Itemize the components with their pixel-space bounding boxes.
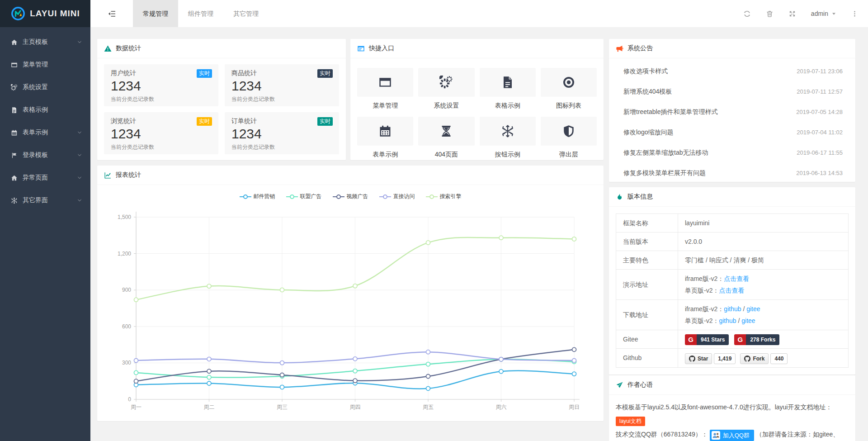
- announcement-item: 修改选项卡样式2019-07-11 23:06: [609, 61, 855, 81]
- caret-down-icon: [831, 11, 836, 16]
- panel-quick-entry-header: 快捷入口: [350, 39, 604, 58]
- version-link-github[interactable]: github: [719, 317, 736, 324]
- chevron-down-icon: [77, 152, 82, 158]
- version-link-gitee[interactable]: gitee: [741, 317, 755, 324]
- quick-entry-icon-box: [357, 117, 413, 146]
- author-words-body: 本模板基于layui2.5.4以及font-awesome-4.7.0进行实现。…: [609, 395, 855, 441]
- top-header: 常规管理组件管理其它管理 admin: [90, 0, 868, 27]
- sidebar-item-异常页面[interactable]: 异常页面: [0, 166, 90, 189]
- file-icon: [501, 76, 514, 89]
- version-row-value: iframe版-v2：点击查看单页版-v2：点击查看: [678, 270, 849, 300]
- announcement-text: 新增treetable插件和菜单管理样式: [623, 108, 717, 116]
- panel-report-header: 报表统计: [97, 166, 604, 185]
- panel-title: 作者心语: [627, 381, 653, 389]
- sidebar-item-表格示例[interactable]: 表格示例: [0, 99, 90, 121]
- quick-entry-图标列表[interactable]: 图标列表: [541, 68, 597, 117]
- version-link-点击查看[interactable]: 点击查看: [724, 275, 749, 282]
- github-widget-Star: Star1,419: [685, 353, 736, 364]
- sidebar-item-label: 其它界面: [23, 196, 77, 204]
- svg-text:0: 0: [128, 396, 131, 403]
- github-icon: [744, 356, 750, 362]
- collapse-menu-button[interactable]: [90, 0, 133, 27]
- version-row-label: 框架名称: [616, 214, 678, 232]
- github-fork-button[interactable]: Fork: [740, 353, 769, 364]
- version-table-row: 下载地址iframe版-v2：github / gitee单页版-v2：gith…: [616, 300, 849, 330]
- warning-triangle-icon: [104, 45, 112, 52]
- quick-entry-系统设置[interactable]: 系统设置: [418, 68, 474, 117]
- github-star-button[interactable]: Star: [685, 353, 712, 364]
- quick-entry-404页面[interactable]: 404页面: [418, 117, 474, 166]
- user-menu[interactable]: admin: [811, 10, 836, 17]
- link-prefix: iframe版-v2：: [685, 275, 724, 282]
- quick-entry-label: 按钮示例: [480, 150, 536, 159]
- panel-report-chart: 报表统计 邮件营销联盟广告视频广告直接访问搜索引擎 03006009001,20…: [97, 166, 604, 421]
- quick-entry-label: 图标列表: [541, 101, 597, 110]
- quick-entry-按钮示例[interactable]: 按钮示例: [480, 117, 536, 166]
- gitee-icon: G: [685, 334, 697, 345]
- author-line2-before: 技术交流QQ群（667813249）：: [616, 431, 708, 438]
- sidebar-menu: 主页模板菜单管理系统设置表格示例表单示例登录模板异常页面其它界面: [0, 27, 90, 212]
- panel-announcements: 系统公告 修改选项卡样式2019-07-11 23:06新增系统404模板201…: [609, 39, 855, 182]
- chevron-down-icon: [77, 198, 82, 203]
- realtime-badge: 实时: [317, 69, 333, 78]
- sidebar-item-菜单管理[interactable]: 菜单管理: [0, 53, 90, 76]
- sidebar: LAYUI MINI 主页模板菜单管理系统设置表格示例表单示例登录模板异常页面其…: [0, 0, 90, 441]
- tab-其它管理[interactable]: 其它管理: [223, 0, 269, 27]
- version-link-github[interactable]: github: [724, 305, 741, 313]
- window-icon: [378, 76, 392, 89]
- quick-entry-label: 弹出层: [541, 150, 597, 159]
- svg-text:900: 900: [122, 287, 131, 293]
- github-count[interactable]: 1,419: [714, 353, 736, 364]
- tab-组件管理[interactable]: 组件管理: [178, 0, 223, 27]
- panel-quick-entry: 快捷入口 菜单管理系统设置表格示例图标列表表单示例404页面按钮示例弹出层: [350, 39, 604, 160]
- tab-bar: 常规管理组件管理其它管理: [133, 0, 269, 27]
- join-qq-group-button[interactable]: 加入QQ群: [710, 430, 754, 441]
- announcement-text: 修复多模块菜单栏展开有问题: [623, 169, 706, 177]
- more-vertical-icon[interactable]: [851, 10, 858, 18]
- layui-docs-badge[interactable]: layui文档: [616, 417, 645, 426]
- quick-entry-表格示例[interactable]: 表格示例: [480, 68, 536, 117]
- svg-text:周三: 周三: [277, 404, 288, 410]
- sidebar-item-主页模板[interactable]: 主页模板: [0, 31, 90, 53]
- trash-icon[interactable]: [766, 10, 774, 18]
- stat-card-商品统计: 商品统计1234当前分类总记录数实时: [225, 64, 339, 106]
- app-logo[interactable]: LAYUI MINI: [0, 0, 90, 27]
- sidebar-item-表单示例[interactable]: 表单示例: [0, 121, 90, 144]
- announcement-text: 修复左侧菜单缩放tab无法移动: [623, 149, 708, 157]
- quick-entry-弹出层[interactable]: 弹出层: [541, 117, 597, 166]
- announcement-item: 修复多模块菜单栏展开有问题2019-06-13 14:53: [609, 163, 855, 183]
- quick-entry-表单示例[interactable]: 表单示例: [357, 117, 413, 166]
- announcement-text: 修改logo缩放问题: [623, 128, 673, 137]
- refresh-icon[interactable]: [743, 10, 751, 18]
- quick-entry-grid: 菜单管理系统设置表格示例图标列表表单示例404页面按钮示例弹出层: [350, 58, 604, 166]
- panel-title: 数据统计: [116, 44, 141, 52]
- version-table-row: 演示地址iframe版-v2：点击查看单页版-v2：点击查看: [616, 270, 849, 300]
- github-count[interactable]: 440: [770, 353, 788, 364]
- sidebar-item-label: 登录模板: [23, 151, 77, 159]
- paper-plane-icon: [616, 381, 623, 389]
- sidebar-item-其它界面[interactable]: 其它界面: [0, 189, 90, 212]
- quick-entry-icon-box: [357, 68, 413, 97]
- flag-icon: [11, 152, 18, 159]
- gitee-badge-941 Stars[interactable]: G941 Stars: [685, 334, 729, 345]
- line-chart-icon: [104, 171, 112, 179]
- link-prefix: 单页版-v2：: [685, 317, 719, 324]
- tab-常规管理[interactable]: 常规管理: [133, 0, 178, 27]
- quick-entry-label: 菜单管理: [357, 101, 413, 110]
- version-row-label: 下载地址: [616, 300, 678, 330]
- realtime-badge: 实时: [197, 69, 212, 78]
- gitee-badge-278 Forks[interactable]: G278 Forks: [734, 334, 779, 345]
- qq-group-icon: [712, 431, 720, 440]
- quick-entry-菜单管理[interactable]: 菜单管理: [357, 68, 413, 117]
- link-separator: /: [736, 317, 742, 324]
- version-row-value: layuimini: [678, 214, 849, 232]
- quick-entry-label: 404页面: [418, 150, 474, 159]
- calendar-icon: [11, 129, 18, 136]
- sidebar-item-系统设置[interactable]: 系统设置: [0, 76, 90, 99]
- sidebar-item-登录模板[interactable]: 登录模板: [0, 144, 90, 166]
- version-link-gitee[interactable]: gitee: [746, 305, 760, 313]
- version-link-点击查看[interactable]: 点击查看: [719, 287, 744, 294]
- version-row-label: 演示地址: [616, 270, 678, 300]
- home-icon: [11, 39, 18, 46]
- fullscreen-icon[interactable]: [788, 10, 796, 18]
